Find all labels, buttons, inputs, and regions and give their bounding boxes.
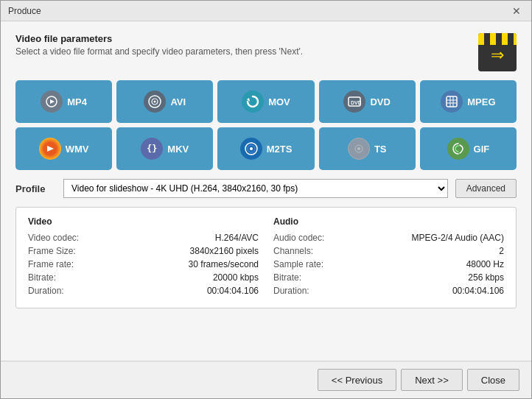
format-btn-wmv[interactable]: WMV — [15, 127, 112, 170]
format-btn-gif[interactable]: GIF — [420, 127, 517, 170]
dvd-label: DVD — [370, 96, 390, 107]
video-params-title: Video — [28, 216, 259, 227]
frame-rate-row: Frame rate: 30 frames/second — [28, 259, 259, 269]
frame-size-row: Frame Size: 3840x2160 pixels — [28, 246, 259, 256]
ts-icon — [348, 138, 370, 160]
video-codec-row: Video codec: H.264/AVC — [28, 233, 259, 243]
avi-label: AVI — [170, 96, 186, 107]
mkv-label: MKV — [167, 144, 189, 155]
close-button[interactable]: Close — [467, 369, 519, 391]
audio-bitrate-key: Bitrate: — [273, 272, 301, 283]
format-btn-ts[interactable]: TS — [319, 127, 416, 170]
video-duration-val: 00:04:04.106 — [207, 286, 259, 296]
channels-key: Channels: — [273, 246, 313, 256]
page-subtitle: Select a video file format and specify v… — [15, 46, 303, 57]
svg-marker-1 — [50, 99, 55, 104]
audio-params-title: Audio — [273, 216, 504, 227]
mp4-label: MP4 — [67, 96, 87, 107]
audio-codec-val: MPEG-2/4 Audio (AAC) — [412, 233, 504, 243]
format-btn-mov[interactable]: MOV — [217, 80, 314, 123]
audio-bitrate-row: Bitrate: 256 kbps — [273, 272, 504, 283]
gif-label: GIF — [474, 144, 490, 155]
format-btn-mp4[interactable]: MP4 — [15, 80, 112, 123]
window-title: Produce — [8, 6, 41, 16]
audio-duration-val: 00:04:04.106 — [452, 286, 504, 296]
frame-size-val: 3840x2160 pixels — [190, 246, 259, 256]
wmv-label: WMV — [66, 144, 89, 155]
video-bitrate-row: Bitrate: 20000 kbps — [28, 272, 259, 283]
mkv-icon: {} — [141, 138, 163, 160]
profile-label: Profile — [15, 183, 56, 194]
svg-point-4 — [154, 101, 156, 103]
mp4-icon — [41, 91, 63, 113]
video-duration-key: Duration: — [28, 286, 64, 296]
format-btn-mkv[interactable]: {} MKV — [116, 127, 213, 170]
header-section: Video file parameters Select a video fil… — [15, 33, 517, 71]
audio-duration-row: Duration: 00:04:04.106 — [273, 286, 504, 296]
format-btn-mpeg[interactable]: MPEG — [420, 80, 517, 123]
main-content: Video file parameters Select a video fil… — [1, 21, 531, 361]
footer: << Previous Next >> Close — [1, 361, 531, 398]
mov-label: MOV — [268, 96, 290, 107]
frame-size-key: Frame Size: — [28, 246, 76, 256]
video-bitrate-val: 20000 kbps — [213, 272, 259, 283]
frame-rate-val: 30 frames/second — [189, 259, 259, 269]
header-text: Video file parameters Select a video fil… — [15, 33, 303, 57]
page-title: Video file parameters — [15, 33, 303, 44]
svg-point-19 — [250, 147, 253, 150]
format-btn-m2ts[interactable]: M2TS — [217, 127, 314, 170]
mov-icon — [242, 91, 264, 113]
audio-bitrate-val: 256 kbps — [468, 272, 504, 283]
m2ts-icon — [240, 138, 262, 160]
audio-codec-row: Audio codec: MPEG-2/4 Audio (AAC) — [273, 233, 504, 243]
sample-rate-val: 48000 Hz — [466, 259, 504, 269]
mpeg-label: MPEG — [467, 96, 495, 107]
gif-icon — [447, 138, 469, 160]
audio-duration-key: Duration: — [273, 286, 309, 296]
ts-label: TS — [374, 144, 387, 155]
produce-window: Produce ✕ Video file parameters Select a… — [0, 0, 532, 399]
mpeg-icon — [441, 91, 463, 113]
video-bitrate-key: Bitrate: — [28, 272, 56, 283]
svg-point-22 — [357, 147, 360, 150]
sample-rate-key: Sample rate: — [273, 259, 323, 269]
window-close-button[interactable]: ✕ — [509, 4, 524, 18]
clapperboard-icon: ⇒ — [478, 33, 517, 71]
profile-row: Profile Video for slideshow - 4K UHD (H.… — [15, 179, 517, 198]
svg-rect-8 — [447, 96, 457, 107]
svg-point-15 — [49, 147, 52, 150]
advanced-button[interactable]: Advanced — [455, 179, 517, 198]
svg-text:{}: {} — [147, 144, 157, 154]
params-section: Video Video codec: H.264/AVC Frame Size:… — [15, 207, 517, 308]
format-grid: MP4 AVI MOV DVD DVD — [15, 80, 517, 170]
audio-codec-key: Audio codec: — [273, 233, 324, 243]
video-codec-key: Video codec: — [28, 233, 79, 243]
frame-rate-key: Frame rate: — [28, 259, 74, 269]
format-btn-dvd[interactable]: DVD DVD — [319, 80, 416, 123]
profile-select[interactable]: Video for slideshow - 4K UHD (H.264, 384… — [63, 179, 448, 198]
format-btn-avi[interactable]: AVI — [116, 80, 213, 123]
clap-arrow-icon: ⇒ — [491, 46, 504, 65]
title-bar: Produce ✕ — [1, 1, 531, 21]
avi-icon — [144, 91, 166, 113]
svg-text:DVD: DVD — [351, 100, 361, 105]
m2ts-label: M2TS — [267, 144, 293, 155]
previous-button[interactable]: << Previous — [318, 369, 396, 391]
next-button[interactable]: Next >> — [401, 369, 463, 391]
sample-rate-row: Sample rate: 48000 Hz — [273, 259, 504, 269]
video-params: Video Video codec: H.264/AVC Frame Size:… — [28, 216, 259, 299]
channels-row: Channels: 2 — [273, 246, 504, 256]
video-codec-val: H.264/AVC — [215, 233, 259, 243]
video-duration-row: Duration: 00:04:04.106 — [28, 286, 259, 296]
wmv-icon — [39, 138, 61, 160]
dvd-icon: DVD — [343, 91, 365, 113]
channels-val: 2 — [499, 246, 504, 256]
audio-params: Audio Audio codec: MPEG-2/4 Audio (AAC) … — [273, 216, 504, 299]
